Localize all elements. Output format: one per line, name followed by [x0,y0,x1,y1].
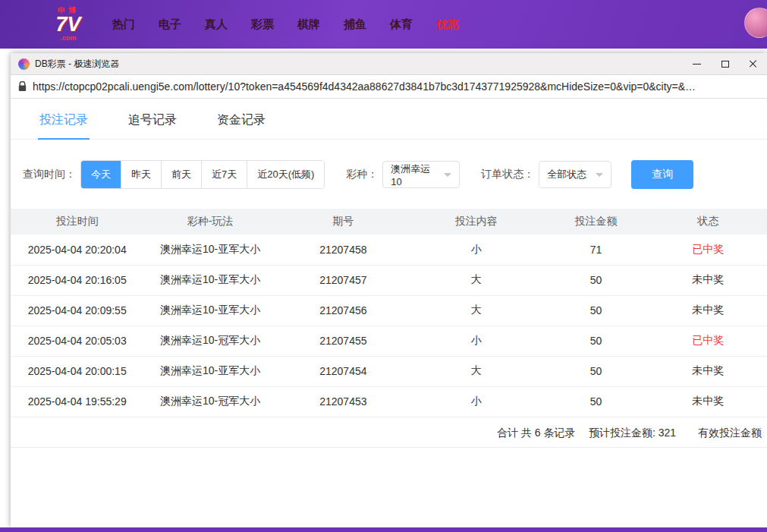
time-option-day-before[interactable]: 前天 [161,161,201,188]
url-text[interactable]: https://ctopcp02pcali.uengi5e.com/lotter… [33,80,696,93]
time-option-last-7-days[interactable]: 近7天 [201,161,247,188]
browser-window: DB彩票 - 极速浏览器 https://ctopcp02pcali.uengi… [11,53,767,527]
bet-time-cell: 2025-04-04 19:55:29 [11,386,143,417]
time-option-last-20-days[interactable]: 近20天(低频) [247,161,324,188]
close-icon [749,59,758,68]
bet-time-cell: 2025-04-04 20:00:15 [11,356,143,386]
table-row: 2025-04-04 19:55:29 澳洲幸运10-冠军大小 21207453… [11,386,767,417]
table-row: 2025-04-04 20:05:03 澳洲幸运10-冠军大小 21207455… [11,326,767,356]
bet-content-cell: 大 [410,265,542,295]
tab-chase-records[interactable]: 追号记录 [127,99,178,139]
lottery-play-cell: 澳洲幸运10-亚军大小 [143,295,276,326]
page-content: 投注记录 追号记录 资金记录 查询时间： 今天 昨天 前天 近7天 近20天(低… [11,99,767,527]
issue-cell: 21207455 [277,326,410,356]
bet-amount-cell: 50 [542,386,649,417]
nav-item-promo[interactable]: 优惠 [436,17,459,32]
site-logo[interactable]: 申博 7V .com [46,7,91,42]
header-bet-time: 投注时间 [11,209,143,235]
table-row: 2025-04-04 20:16:05 澳洲幸运10-亚军大小 21207457… [11,265,767,295]
issue-cell: 21207458 [277,235,410,265]
status-cell: 未中奖 [649,265,767,295]
lottery-select[interactable]: 澳洲幸运10 [382,161,460,188]
window-titlebar[interactable]: DB彩票 - 极速浏览器 [11,53,767,75]
site-footer-strip [0,527,767,532]
issue-cell: 21207454 [277,356,410,386]
header-bet-content: 投注内容 [410,209,542,235]
bet-content-cell: 小 [410,326,542,356]
query-button[interactable]: 查询 [631,160,693,189]
nav-item-hot[interactable]: 热门 [112,17,135,32]
status-cell: 未中奖 [649,295,767,326]
nav-item-fishing[interactable]: 捕鱼 [344,17,366,32]
minimize-button[interactable] [683,53,711,74]
logo-text-main: 7V [46,14,91,35]
bet-content-cell: 大 [410,295,542,326]
order-status-value: 全部状态 [547,168,586,181]
issue-cell: 21207457 [277,265,410,295]
address-bar[interactable]: https://ctopcp02pcali.uengi5e.com/lotter… [11,75,767,99]
bet-content-cell: 小 [410,235,542,265]
close-button[interactable] [739,53,767,74]
time-option-today[interactable]: 今天 [81,161,121,188]
header-issue: 期号 [277,209,410,235]
tab-fund-records[interactable]: 资金记录 [215,99,267,139]
window-title: DB彩票 - 极速浏览器 [35,58,119,71]
order-status-label: 订单状态： [481,168,534,181]
bet-content-cell: 小 [410,386,542,417]
summary-bar: 合计 共 6 条记录 预计投注金额: 321 有效投注金额 [11,417,767,448]
bet-time-cell: 2025-04-04 20:09:55 [11,295,143,326]
time-filter-label: 查询时间： [23,168,76,181]
maximize-button[interactable] [711,53,739,74]
nav-item-live[interactable]: 真人 [205,17,228,32]
lottery-select-value: 澳洲幸运10 [391,162,438,187]
lottery-filter-label: 彩种： [346,168,378,181]
table-row: 2025-04-04 20:09:55 澳洲幸运10-亚军大小 21207456… [11,295,767,326]
summary-total: 合计 共 6 条记录 [497,427,575,440]
table-header-row: 投注时间 彩种-玩法 期号 投注内容 投注金额 状态 [11,209,767,235]
time-option-yesterday[interactable]: 昨天 [121,161,161,188]
nav-item-slots[interactable]: 电子 [159,17,181,32]
order-status-select[interactable]: 全部状态 [539,161,611,188]
header-lottery-play: 彩种-玩法 [143,209,276,235]
bet-amount-cell: 50 [542,326,649,356]
bet-amount-cell: 50 [542,356,649,386]
status-cell: 未中奖 [649,386,767,417]
bet-time-cell: 2025-04-04 20:05:03 [11,326,143,356]
bet-amount-cell: 50 [542,295,649,326]
summary-expected-amount: 预计投注金额: 321 [589,427,676,440]
lottery-play-cell: 澳洲幸运10-亚军大小 [143,235,276,265]
nav-item-sports[interactable]: 体育 [390,17,413,32]
status-cell: 未中奖 [649,356,767,386]
site-nav: 热门 电子 真人 彩票 棋牌 捕鱼 体育 优惠 [112,17,459,32]
browser-app-icon [18,58,30,70]
chevron-down-icon [444,173,451,181]
nav-item-lottery[interactable]: 彩票 [251,17,274,32]
bet-time-cell: 2025-04-04 20:16:05 [11,265,143,295]
header-status: 状态 [649,209,767,235]
bet-amount-cell: 71 [542,235,649,265]
table-row: 2025-04-04 20:20:04 澳洲幸运10-亚军大小 21207458… [11,235,767,265]
filter-bar: 查询时间： 今天 昨天 前天 近7天 近20天(低频) 彩种： 澳洲幸运10 订… [11,140,767,207]
header-bet-amount: 投注金额 [542,209,649,235]
lottery-play-cell: 澳洲幸运10-亚军大小 [143,356,276,386]
minimize-icon [693,64,701,65]
time-range-group: 今天 昨天 前天 近7天 近20天(低频) [80,160,325,189]
issue-cell: 21207453 [277,386,410,417]
tab-bet-records[interactable]: 投注记录 [38,99,90,139]
bet-time-cell: 2025-04-04 20:20:04 [11,235,143,265]
lottery-play-cell: 澳洲幸运10-冠军大小 [143,326,276,356]
user-avatar[interactable] [744,8,767,38]
maximize-icon [721,61,729,68]
summary-valid-amount: 有效投注金额 [698,427,762,440]
bet-content-cell: 大 [410,356,542,386]
lottery-play-cell: 澳洲幸运10-亚军大小 [143,265,276,295]
window-controls [683,53,767,74]
record-tabs: 投注记录 追号记录 资金记录 [11,99,767,140]
lock-icon [18,81,27,92]
nav-item-chess[interactable]: 棋牌 [297,17,320,32]
bet-records-table: 投注时间 彩种-玩法 期号 投注内容 投注金额 状态 2025-04-04 20… [11,209,767,417]
status-cell: 已中奖 [649,235,767,265]
status-cell: 已中奖 [649,326,767,356]
table-row: 2025-04-04 20:00:15 澳洲幸运10-亚军大小 21207454… [11,356,767,386]
logo-text-bottom: .com [46,35,91,42]
